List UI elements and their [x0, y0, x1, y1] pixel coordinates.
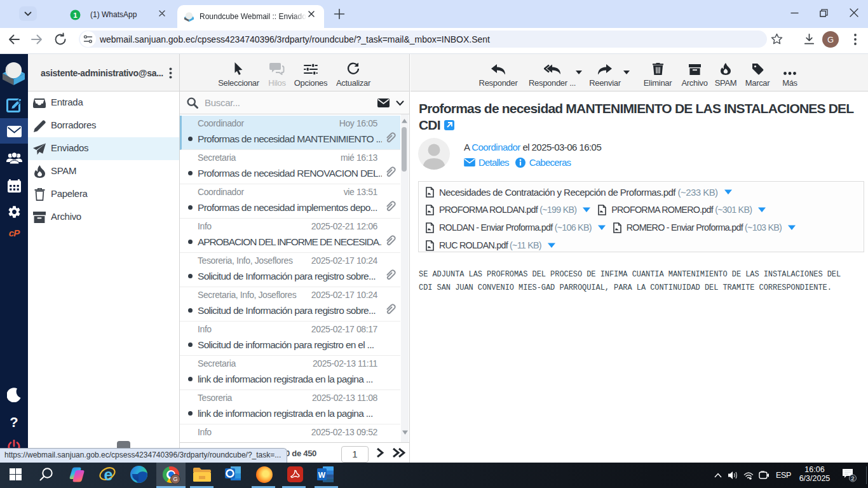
svg-text:2: 2 — [851, 475, 854, 482]
svg-text:W: W — [318, 471, 326, 480]
svg-text:e: e — [104, 466, 113, 484]
svg-text:1: 1 — [73, 11, 78, 18]
